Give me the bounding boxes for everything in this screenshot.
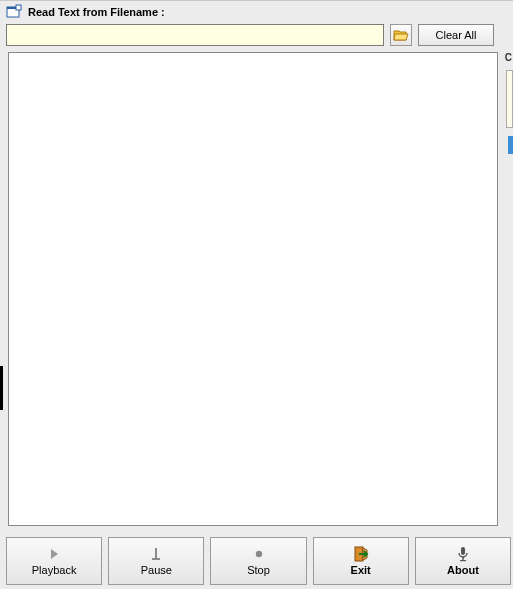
clear-all-button[interactable]: Clear All bbox=[418, 24, 494, 46]
bottom-toolbar: Playback Pause Stop bbox=[4, 537, 513, 585]
svg-rect-7 bbox=[461, 547, 465, 555]
svg-rect-3 bbox=[155, 548, 157, 558]
header-row: Read Text from Filename : bbox=[0, 0, 513, 22]
pause-label: Pause bbox=[141, 564, 172, 576]
stop-button[interactable]: Stop bbox=[210, 537, 306, 585]
svg-point-5 bbox=[255, 551, 261, 557]
main-textarea[interactable] bbox=[9, 53, 497, 525]
svg-rect-2 bbox=[16, 5, 21, 10]
folder-open-icon bbox=[393, 27, 409, 43]
filename-input[interactable] bbox=[6, 24, 384, 46]
browse-button[interactable] bbox=[390, 24, 412, 46]
stop-dot-icon bbox=[251, 546, 267, 562]
exit-door-icon bbox=[353, 546, 369, 562]
right-fragment-letter: C bbox=[505, 52, 512, 63]
header-label: Read Text from Filename : bbox=[28, 6, 165, 18]
stop-label: Stop bbox=[247, 564, 270, 576]
microphone-icon bbox=[455, 546, 471, 562]
svg-rect-4 bbox=[152, 558, 160, 560]
exit-label: Exit bbox=[351, 564, 371, 576]
file-row: Clear All bbox=[0, 22, 513, 52]
play-icon bbox=[46, 546, 62, 562]
right-fragment-highlight bbox=[508, 136, 513, 154]
playback-button[interactable]: Playback bbox=[6, 537, 102, 585]
app-icon bbox=[6, 4, 22, 20]
right-fragment-box bbox=[506, 70, 513, 128]
exit-button[interactable]: Exit bbox=[313, 537, 409, 585]
svg-rect-8 bbox=[462, 557, 463, 560]
left-edge-mark bbox=[0, 366, 3, 410]
right-panel-fragment: C bbox=[504, 52, 513, 526]
about-label: About bbox=[447, 564, 479, 576]
about-button[interactable]: About bbox=[415, 537, 511, 585]
pause-button[interactable]: Pause bbox=[108, 537, 204, 585]
playback-label: Playback bbox=[32, 564, 77, 576]
app-root: Read Text from Filename : Clear All C bbox=[0, 0, 513, 589]
text-area-container bbox=[8, 52, 498, 526]
pause-marker-icon bbox=[148, 546, 164, 562]
top-divider bbox=[0, 0, 513, 1]
svg-rect-9 bbox=[460, 560, 466, 561]
